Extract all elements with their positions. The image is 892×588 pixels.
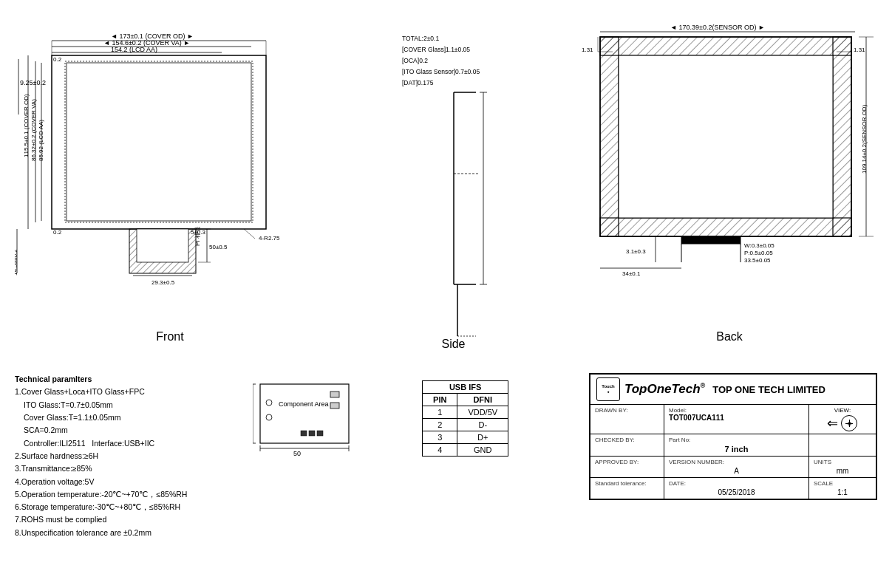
tech-param-ito: ITO Glass:T=0.7±0.05mm <box>24 399 187 411</box>
model-value: TOT007UCA111 <box>669 414 804 422</box>
back-drawing-svg: ◄ 170.39±0.2(SENSOR OD) ► 1.31 1.31 109.… <box>582 18 877 343</box>
dim-02-bl: 0.2 <box>53 229 62 236</box>
svg-rect-53 <box>330 392 339 397</box>
svg-rect-56 <box>309 431 315 436</box>
svg-rect-44 <box>833 37 851 236</box>
usb-table-header-row: USB IFS <box>423 381 508 394</box>
back-dim-width: ◄ 170.39±0.2(SENSOR OD) ► <box>670 24 765 31</box>
back-dim-height: 109.14±0.2(SENSOR OD) <box>861 104 868 174</box>
tb-part-no: Part No: 7 inch <box>664 434 809 456</box>
usb-pin-4: 4 <box>423 444 457 457</box>
usb-pin-3: 3 <box>423 431 457 444</box>
tb-tolerance: Standard tolerance: <box>590 478 664 499</box>
component-diagram-area: Component Area 50 26.1 <box>253 380 356 471</box>
dim-1155: 115.5±0.1 (COVER OD) <box>23 94 30 157</box>
approved-by-value <box>595 465 659 474</box>
svg-rect-15 <box>137 229 188 262</box>
svg-rect-8 <box>52 55 266 229</box>
tb-scale: SCALE 1:1 <box>809 478 876 499</box>
view-icons: ⇐ <box>827 415 857 431</box>
usb-col-pin: PIN <box>423 394 457 406</box>
side-view: TOTAL:2±0.1 [COVER Glass]1.1±0.05 [OCA]0… <box>395 26 513 351</box>
drawn-by-value <box>595 414 659 423</box>
usb-col-dfni: DFNI <box>457 394 508 406</box>
usb-table-title: USB IFS <box>423 381 508 394</box>
back-view: ◄ 170.39±0.2(SENSOR OD) ► 1.31 1.31 109.… <box>582 18 877 343</box>
usb-col-header: PIN DFNI <box>423 394 508 406</box>
component-svg: Component Area 50 26.1 <box>253 380 356 469</box>
part-no-label: Part No: <box>669 437 804 443</box>
company-full-name: TOP ONE TECH LIMITED <box>712 384 825 395</box>
usb-row-3: 3 D+ <box>423 431 508 444</box>
dim-925: 9.25±0.2 <box>20 79 46 86</box>
dim-1542: 154.2 (LCD AA) <box>111 46 157 53</box>
checked-by-label: CHECKED BY: <box>595 437 659 443</box>
usb-table-area: USB IFS PIN DFNI 1 VDD/5V 2 D- 3 D+ <box>422 380 523 457</box>
back-34: 34±0.1 <box>622 270 641 277</box>
comp-width-val: 50 <box>293 450 301 457</box>
brand-name: TopOneTech® <box>624 382 705 397</box>
comp-height-val: 26.19 <box>253 402 254 417</box>
scale-label: SCALE <box>814 480 871 487</box>
tb-date: DATE: 05/25/2018 <box>664 478 809 499</box>
back-w: W:0.3±0.05 <box>744 242 774 249</box>
units-label: UNITS <box>814 459 871 465</box>
front-drawing-svg: 9.25±0.2 ◄ 173±0.1 (COVER OD) ► ◄ 154.6±… <box>15 18 325 343</box>
tb-row-4: Standard tolerance: DATE: 05/25/2018 SCA… <box>590 478 876 499</box>
tech-param-5: 5.Operation temperature:-20℃~+70℃，≤85%RH <box>15 488 187 501</box>
svg-rect-54 <box>330 403 339 408</box>
dim-1459: 14.59±0.2 <box>15 249 18 276</box>
tech-param-cg: Cover Glass:T=1.1±0.05mm <box>24 411 187 424</box>
side-oca: [OCA]0.2 <box>402 57 428 64</box>
date-label: DATE: <box>669 480 804 487</box>
tolerance-value <box>595 487 659 496</box>
side-total: TOTAL:2±0.1 <box>402 35 439 42</box>
tb-units: UNITS mm <box>809 457 876 477</box>
units-value: mm <box>814 467 871 475</box>
brand-top: TopOneTech <box>624 382 701 396</box>
tech-params: Technical paramlters 1.Cover Glass+Loca+… <box>15 373 187 539</box>
svg-rect-42 <box>600 218 851 236</box>
tech-param-7: 7.ROHS must be complied <box>15 513 187 526</box>
back-31: 3.1±0.3 <box>626 248 646 255</box>
tech-param-6: 6.Storage temperature:-30℃~+80℃，≤85%RH <box>15 501 187 513</box>
version-value: A <box>669 467 804 475</box>
svg-rect-55 <box>301 431 307 436</box>
tech-param-2: 2.Surface hardness:≥6H <box>15 450 187 462</box>
svg-rect-45 <box>619 55 833 218</box>
side-coverglass: [COVER Glass]1.1±0.05 <box>402 46 470 53</box>
component-area-label: Component Area <box>279 400 329 408</box>
usb-table: USB IFS PIN DFNI 1 VDD/5V 2 D- 3 D+ <box>422 380 508 457</box>
tolerance-label: Standard tolerance: <box>595 480 659 487</box>
version-label: VERSION NUMBER: <box>669 459 804 465</box>
tech-param-3: 3.Transmittance:≥85% <box>15 462 187 475</box>
back-131-tl: 1.31 <box>582 47 593 53</box>
dim-fpc-w: 50±0.5 <box>209 244 228 250</box>
checked-by-value <box>595 443 659 452</box>
view-arrow-icon: ⇐ <box>827 415 838 431</box>
dim-8632: 86.32±0.2 (COVER VA) <box>30 99 37 161</box>
dim-8592: 85.92 (LCD AA) <box>38 120 44 161</box>
title-block-header: Touch● TopOneTech® TOP ONE TECH LIMITED <box>590 375 876 405</box>
date-value: 05/25/2018 <box>669 488 804 496</box>
product-size: 7 inch <box>669 445 804 454</box>
tb-view: VIEW: ⇐ <box>809 405 876 434</box>
tb-model: Model: TOT007UCA111 <box>664 405 809 434</box>
touch-logo: Touch● <box>596 377 620 401</box>
dim-5: 5±0.3 <box>191 229 206 236</box>
side-drawing-svg: TOTAL:2±0.1 [COVER Glass]1.1±0.05 [OCA]0… <box>395 26 513 351</box>
tech-param-ctrl: Controller:ILI2511 Interface:USB+IIC <box>24 437 187 450</box>
svg-rect-41 <box>600 37 851 55</box>
tech-param-sca: SCA=0.2mm <box>24 424 187 437</box>
tb-row-1: DRAWN BY: Model: TOT007UCA111 VIEW: ⇐ <box>590 405 876 434</box>
tb-version: VERSION NUMBER: A <box>664 457 809 477</box>
svg-rect-57 <box>317 431 323 436</box>
usb-row-1: 1 VDD/5V <box>423 406 508 419</box>
tb-drawn-by: DRAWN BY: <box>590 405 664 434</box>
side-dat: [DAT]0.175 <box>402 79 434 86</box>
dim-corner: 4-R2.75 <box>259 235 280 242</box>
svg-rect-43 <box>600 37 619 236</box>
usb-pin-2: 2 <box>423 419 457 431</box>
tech-params-title: Technical paramlters <box>15 373 187 386</box>
usb-row-4: 4 GND <box>423 444 508 457</box>
